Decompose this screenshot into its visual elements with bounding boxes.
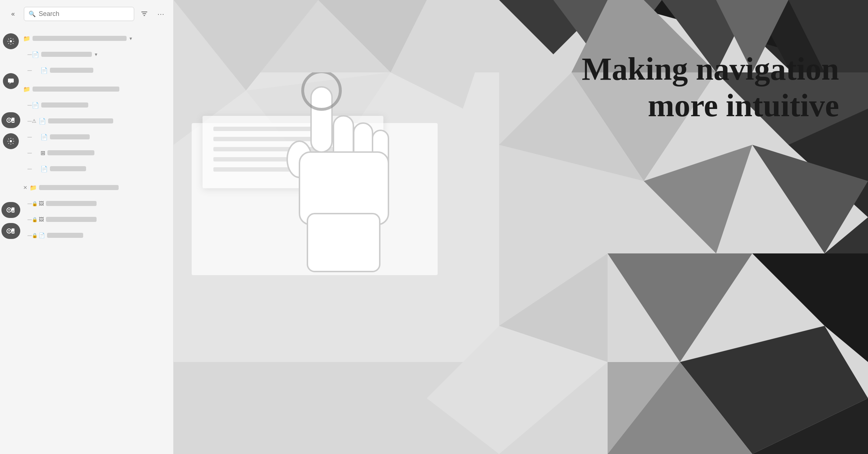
tree-row[interactable]: 🔒 🖼 bbox=[22, 211, 173, 227]
tree-label bbox=[33, 36, 127, 41]
chat-button[interactable] bbox=[3, 73, 19, 89]
image-icon-2: 🖼 bbox=[39, 217, 44, 222]
tree-row[interactable]: 📄 ▾ bbox=[22, 46, 173, 62]
tree-label bbox=[33, 87, 119, 92]
search-box: 🔍 bbox=[24, 7, 134, 21]
lock-icon-3: 🔒 bbox=[32, 233, 38, 238]
file-icon: 📄 bbox=[41, 67, 48, 74]
right-panel: Making navigation more intuitive bbox=[174, 0, 868, 454]
tree-label bbox=[46, 217, 97, 222]
lock-image-group-2: 🔒 🖼 bbox=[32, 217, 44, 222]
tree-row[interactable]: 🔒 🖼 bbox=[22, 196, 173, 211]
svg-point-3 bbox=[10, 40, 12, 42]
upload-bookmark-button-1[interactable] bbox=[1, 112, 20, 128]
headline: Making navigation more intuitive bbox=[582, 51, 839, 124]
svg-rect-4 bbox=[8, 79, 14, 83]
filter-button[interactable] bbox=[138, 7, 151, 20]
more-button[interactable]: ··· bbox=[154, 7, 167, 20]
image-icon: 🖼 bbox=[39, 201, 44, 206]
folder-icon-3: 📁 bbox=[30, 184, 37, 191]
search-icon: 🔍 bbox=[29, 10, 36, 17]
file-icon: 📄 bbox=[32, 102, 39, 109]
file-icon: 📄 bbox=[41, 134, 48, 140]
tree-label bbox=[50, 166, 86, 171]
lock-file-group: 🔒 📄 bbox=[32, 232, 45, 238]
tree-label bbox=[41, 52, 92, 57]
tree-row[interactable]: ✕ 📁 bbox=[22, 180, 173, 196]
tree-row[interactable]: 📄 bbox=[22, 62, 173, 78]
gear-button[interactable] bbox=[3, 33, 19, 49]
tree-row[interactable]: 📄 bbox=[22, 129, 173, 145]
tree-label bbox=[50, 134, 90, 139]
warning-icon: ⚠ bbox=[32, 118, 37, 124]
tree-row[interactable]: 📄 bbox=[22, 97, 173, 113]
tree-label bbox=[50, 68, 93, 73]
table-icon: ⊞ bbox=[41, 150, 45, 156]
toolbar: « 🔍 ··· bbox=[0, 0, 173, 28]
gear-button-2[interactable] bbox=[3, 133, 19, 149]
tree-row[interactable]: 🔒 📄 bbox=[22, 227, 173, 243]
sidebar-content: 📁 ▾ 📄 ▾ 📄 📁 bbox=[0, 28, 173, 454]
file-icon: 📄 bbox=[41, 165, 48, 172]
search-input[interactable] bbox=[39, 10, 129, 18]
lock-icon-2: 🔒 bbox=[32, 217, 38, 222]
lock-image-group: 🔒 🖼 bbox=[32, 201, 44, 206]
chevron-icon[interactable]: ▾ bbox=[129, 35, 132, 41]
tree-row[interactable]: 📄 bbox=[22, 161, 173, 177]
tree-label bbox=[47, 150, 94, 155]
file-icon: 📄 bbox=[39, 118, 46, 125]
tree-row[interactable]: ⊞ bbox=[22, 145, 173, 161]
svg-rect-51 bbox=[307, 214, 380, 272]
file-icon: 📄 bbox=[32, 51, 39, 58]
svg-rect-44 bbox=[311, 87, 332, 152]
svg-point-7 bbox=[10, 140, 12, 142]
icon-column bbox=[0, 28, 22, 454]
tree-label bbox=[47, 233, 83, 238]
lock-icon: 🔒 bbox=[32, 201, 38, 206]
upload-bookmark-button-2[interactable] bbox=[1, 202, 20, 218]
tree-label bbox=[46, 201, 97, 206]
tree-label bbox=[39, 185, 119, 190]
tree-row[interactable]: ⚠ 📄 bbox=[22, 113, 173, 129]
headline-line-2: more intuitive bbox=[582, 87, 839, 124]
tree-row[interactable]: 📁 ▾ bbox=[22, 30, 173, 46]
left-panel: « 🔍 ··· bbox=[0, 0, 174, 454]
chevron-icon[interactable]: ▾ bbox=[95, 51, 97, 57]
file-icon-2: 📄 bbox=[39, 232, 45, 238]
folder-icon: 📁 bbox=[23, 35, 30, 42]
x-icon: ✕ bbox=[23, 185, 27, 190]
headline-line-1: Making navigation bbox=[582, 51, 839, 87]
hand-cursor bbox=[253, 72, 405, 297]
collapse-button[interactable]: « bbox=[6, 7, 20, 21]
tree-label bbox=[41, 102, 88, 108]
upload-bookmark-button-3[interactable] bbox=[1, 223, 20, 239]
folder-icon-2: 📁 bbox=[23, 86, 30, 93]
tree-panel: 📁 ▾ 📄 ▾ 📄 📁 bbox=[22, 28, 173, 454]
tree-row[interactable]: 📁 bbox=[22, 81, 173, 97]
tree-label bbox=[48, 118, 113, 123]
